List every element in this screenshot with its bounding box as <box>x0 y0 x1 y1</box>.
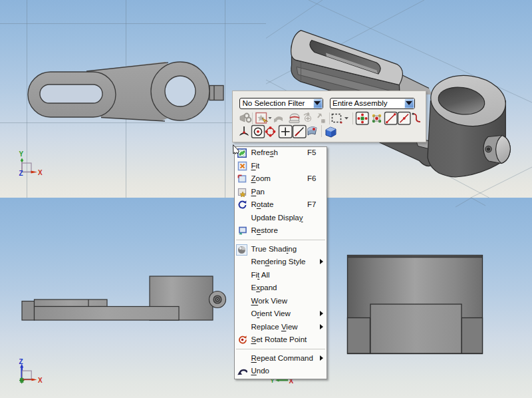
svg-text:X: X <box>38 377 43 384</box>
svg-text:X: X <box>38 169 43 176</box>
svg-text:Z: Z <box>19 358 23 365</box>
svg-text:Y: Y <box>19 150 24 158</box>
svg-text:Z: Z <box>19 170 23 177</box>
